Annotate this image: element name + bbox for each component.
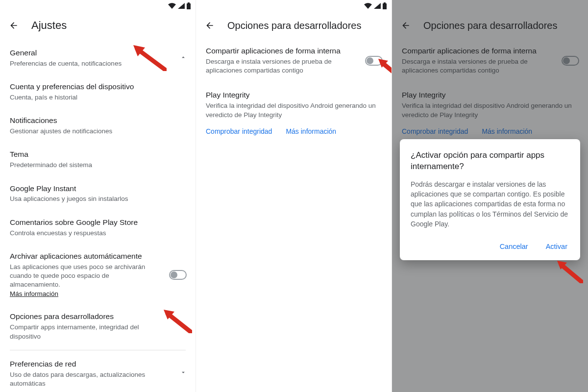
- item-title: Preferencias de red: [10, 359, 168, 369]
- screen-developer-options-dialog: Opciones para desarrolladores Compartir …: [392, 0, 588, 392]
- item-title: Notificaciones: [10, 116, 168, 126]
- settings-item-play-instant[interactable]: Google Play Instant Usa aplicaciones y j…: [0, 177, 196, 211]
- item-title: Google Play Instant: [10, 184, 168, 194]
- battery-icon: [383, 2, 387, 9]
- wifi-icon: [168, 3, 176, 9]
- dialog-title: ¿Activar opción para compartir apps inte…: [411, 150, 569, 172]
- item-subtitle: Descarga e instala versiones de prueba d…: [206, 57, 357, 75]
- more-info-link[interactable]: Más información: [286, 127, 336, 135]
- page-title: Ajustes: [31, 19, 67, 32]
- item-title: Play Integrity: [206, 91, 382, 99]
- more-info-link[interactable]: Más información: [10, 290, 58, 297]
- item-subtitle: Predeterminado del sistema: [10, 161, 168, 170]
- dialog-actions: Cancelar Activar: [411, 240, 569, 253]
- play-integrity-item: Play Integrity Verifica la integridad de…: [196, 82, 392, 123]
- item-title: Tema: [10, 149, 168, 160]
- status-bar: [196, 0, 392, 12]
- settings-list[interactable]: General Preferencias de cuenta, notifica…: [0, 39, 196, 392]
- item-subtitle: Usa aplicaciones y juegos sin instalarlo…: [10, 195, 168, 203]
- auto-archive-toggle[interactable]: [169, 270, 187, 280]
- item-title: Comentarios sobre Google Play Store: [10, 218, 168, 228]
- signal-icon: [178, 3, 185, 9]
- play-integrity-links: Comprobar integridad Más información: [196, 123, 392, 141]
- internal-sharing-toggle[interactable]: [365, 56, 383, 66]
- settings-item-auto-archive[interactable]: Archivar aplicaciones automáticamente La…: [0, 245, 196, 305]
- settings-item-theme[interactable]: Tema Predeterminado del sistema: [0, 143, 196, 176]
- page-title: Opciones para desarrolladores: [227, 20, 362, 31]
- settings-item-account[interactable]: Cuenta y preferencias del dispositivo Cu…: [0, 75, 196, 109]
- item-subtitle: Gestionar ajustes de notificaciones: [10, 127, 168, 136]
- chevron-down-icon: [180, 369, 187, 378]
- item-title: Archivar aplicaciones automáticamente: [10, 251, 161, 262]
- settings-item-general[interactable]: General Preferencias de cuenta, notifica…: [0, 41, 196, 75]
- signal-icon: [374, 3, 381, 9]
- item-title: Compartir aplicaciones de forma interna: [206, 46, 357, 56]
- screen-developer-options: Opciones para desarrolladores Compartir …: [196, 0, 392, 392]
- settings-item-developer-options[interactable]: Opciones para desarrolladores Compartir …: [0, 305, 196, 347]
- settings-item-notifications[interactable]: Notificaciones Gestionar ajustes de noti…: [0, 109, 196, 143]
- item-title: General: [10, 48, 168, 58]
- confirm-dialog: ¿Activar opción para compartir apps inte…: [400, 139, 580, 260]
- item-subtitle: Compartir apps internamente, integridad …: [10, 323, 168, 341]
- dialog-body: Podrás descargar e instalar versiones de…: [411, 179, 569, 229]
- item-subtitle: Cuenta, país e historial: [10, 93, 168, 102]
- back-button[interactable]: [204, 20, 216, 31]
- item-title: Opciones para desarrolladores: [10, 312, 168, 322]
- item-subtitle: Las aplicaciones que uses poco se archiv…: [10, 263, 161, 290]
- item-subtitle: Controla encuestas y respuestas: [10, 229, 168, 238]
- back-button[interactable]: [8, 20, 20, 31]
- confirm-button[interactable]: Activar: [544, 240, 569, 253]
- internal-sharing-item[interactable]: Compartir aplicaciones de forma interna …: [196, 39, 392, 82]
- battery-icon: [187, 2, 191, 9]
- item-subtitle: Verifica la integridad del dispositivo A…: [206, 101, 382, 119]
- status-bar: [0, 0, 196, 12]
- divider: [10, 350, 186, 350]
- item-subtitle: Preferencias de cuenta, notificaciones: [10, 59, 168, 68]
- settings-item-feedback[interactable]: Comentarios sobre Google Play Store Cont…: [0, 211, 196, 245]
- arrow-left-icon: [205, 21, 215, 30]
- check-integrity-link[interactable]: Comprobar integridad: [206, 127, 272, 135]
- wifi-icon: [364, 3, 372, 9]
- title-bar: Opciones para desarrolladores: [196, 12, 392, 39]
- chevron-up-icon: [180, 54, 187, 63]
- screen-settings: Ajustes General Preferencias de cuenta, …: [0, 0, 196, 392]
- settings-item-network[interactable]: Preferencias de red Uso de datos para de…: [0, 352, 196, 392]
- item-title: Cuenta y preferencias del dispositivo: [10, 82, 168, 92]
- arrow-left-icon: [9, 21, 19, 30]
- item-subtitle: Uso de datos para descargas, actualizaci…: [10, 370, 168, 388]
- title-bar: Ajustes: [0, 12, 196, 39]
- cancel-button[interactable]: Cancelar: [498, 240, 530, 253]
